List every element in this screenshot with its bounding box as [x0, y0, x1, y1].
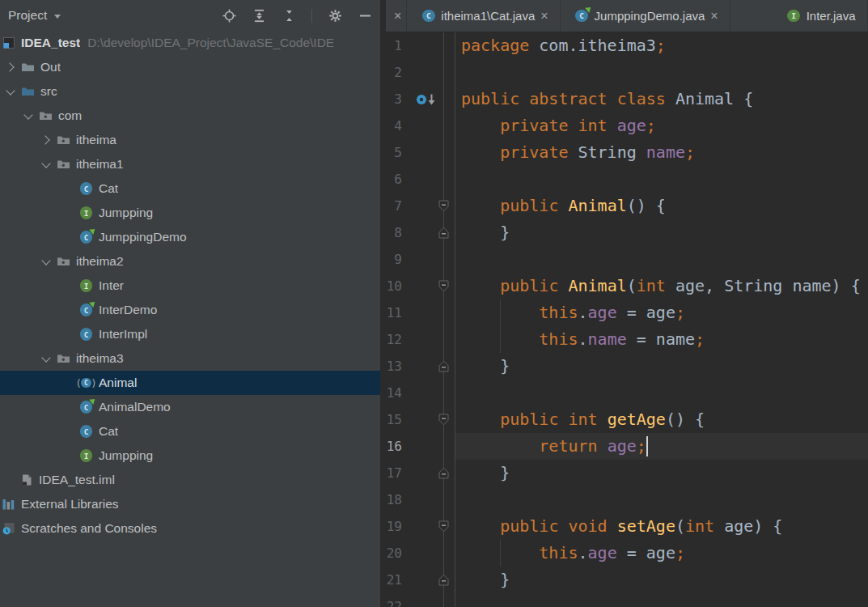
tree-item-label: IDEA_test.iml — [39, 473, 115, 487]
code-line-18[interactable]: 18 — [380, 486, 868, 513]
code-text: } — [461, 219, 510, 246]
code-line-14[interactable]: 14 — [380, 380, 868, 406]
tree-item-cat[interactable]: CCat — [0, 419, 380, 444]
tree-item-label: Scratches and Consoles — [21, 521, 157, 536]
chevron-right-icon[interactable] — [36, 128, 57, 152]
tree-item-interimpl[interactable]: CInterImpl — [0, 322, 380, 346]
editor-tab-inter-java[interactable]: IInter.java — [773, 0, 868, 32]
tree-item-out[interactable]: Out — [0, 55, 380, 79]
code-line-17[interactable]: 17 } — [380, 460, 868, 486]
tree-item-label: Cat — [99, 181, 118, 196]
editor-tab-jumppingdemo-java[interactable]: CJumppingDemo.java× — [561, 0, 730, 32]
tree-item-idea-test[interactable]: IDEA_testD:\develop\IDEA_Project\JavaSE_… — [0, 31, 380, 55]
fold-marker-up-icon[interactable] — [438, 227, 449, 242]
code-token: age — [588, 303, 617, 322]
code-token: private — [500, 142, 578, 162]
fold-marker-down-icon[interactable] — [438, 280, 449, 295]
code-token: ; — [656, 36, 666, 55]
code-line-7[interactable]: 7 public Animal() { — [380, 193, 868, 219]
settings-gear-icon[interactable] — [328, 8, 342, 23]
code-line-10[interactable]: 10 public Animal(int age, String name) { — [380, 273, 868, 299]
tree-item-idea-test-iml[interactable]: IDEA_test.iml — [0, 468, 380, 492]
code-token — [461, 142, 500, 162]
code-editor[interactable]: 1package com.itheima3;23public abstract … — [380, 32, 868, 607]
code-text: public abstract class Animal { — [461, 86, 753, 112]
fold-marker-down-icon[interactable] — [438, 520, 449, 536]
code-token: public — [500, 196, 568, 215]
text-caret — [646, 436, 648, 456]
editor-tab-itheima1-cat-java[interactable]: Citheima1\Cat.java× — [407, 0, 560, 32]
tree-item-external-libraries[interactable]: External Libraries — [0, 492, 380, 516]
code-line-22[interactable]: 22 — [380, 593, 868, 607]
editor-tab-partial[interactable]: × — [386, 0, 407, 32]
chevron-down-icon[interactable] — [18, 104, 39, 128]
close-tab-icon[interactable]: × — [710, 10, 718, 23]
project-dropdown-caret-icon[interactable] — [54, 15, 61, 19]
code-line-15[interactable]: 15 public int getAge() { — [380, 406, 868, 433]
tree-item-com[interactable]: com — [0, 104, 380, 128]
tree-item-animaldemo[interactable]: CAnimalDemo — [0, 395, 380, 419]
tree-item-jumpping[interactable]: IJumpping — [0, 201, 380, 225]
code-line-16[interactable]: 16 return age; — [380, 433, 868, 460]
chevron-down-icon[interactable] — [0, 79, 21, 104]
code-line-11[interactable]: 11 this.age = age; — [380, 299, 868, 326]
fold-marker-down-icon[interactable] — [438, 200, 449, 215]
tree-item-itheima[interactable]: itheima — [0, 128, 380, 152]
tree-item-cat[interactable]: CCat — [0, 176, 380, 201]
code-line-21[interactable]: 21 } — [380, 567, 868, 593]
code-token — [461, 329, 539, 349]
code-line-20[interactable]: 20 this.age = age; — [380, 540, 868, 567]
code-line-6[interactable]: 6 — [380, 166, 868, 193]
code-token: ( — [675, 516, 685, 536]
collapse-all-icon[interactable] — [282, 8, 296, 23]
chevron-down-icon[interactable] — [36, 152, 57, 176]
code-token: Animal { — [675, 89, 753, 108]
fold-marker-up-icon[interactable] — [438, 467, 449, 482]
expand-all-icon[interactable] — [252, 8, 266, 23]
tree-item-animal[interactable]: (C)Animal — [0, 371, 380, 395]
code-line-12[interactable]: 12 this.name = name; — [380, 326, 868, 353]
tree-item-interdemo[interactable]: CInterDemo — [0, 298, 380, 322]
line-number: 5 — [380, 139, 402, 166]
code-line-3[interactable]: 3public abstract class Animal { — [380, 86, 868, 112]
code-token: ; — [675, 303, 685, 322]
code-token: com.itheima3 — [539, 36, 656, 55]
fold-marker-up-icon[interactable] — [438, 574, 449, 589]
project-root-path: D:\develop\IDEA_Project\JavaSE_Code\IDE — [87, 36, 380, 50]
tree-item-scratches-and-consoles[interactable]: Scratches and Consoles — [0, 516, 380, 541]
code-line-9[interactable]: 9 — [380, 246, 868, 273]
chevron-right-icon[interactable] — [0, 55, 21, 79]
tree-item-itheima3[interactable]: itheima3 — [0, 346, 380, 371]
tree-item-jumppingdemo[interactable]: CJumppingDemo — [0, 225, 380, 249]
code-text: public Animal(int age, String name) { — [461, 273, 861, 299]
chevron-down-icon[interactable] — [36, 249, 57, 274]
fold-marker-up-icon[interactable] — [438, 360, 449, 376]
tree-item-itheima1[interactable]: itheima1 — [0, 152, 380, 176]
class-icon: C — [79, 328, 93, 342]
code-token — [461, 436, 539, 456]
code-line-1[interactable]: 1package com.itheima3; — [380, 32, 868, 59]
hide-panel-minus-icon[interactable] — [358, 8, 372, 23]
tree-item-inter[interactable]: IInter — [0, 274, 380, 298]
chevron-down-icon[interactable] — [36, 346, 57, 371]
close-tab-icon[interactable]: × — [394, 10, 401, 23]
code-line-2[interactable]: 2 — [380, 59, 868, 86]
project-panel-title[interactable]: Project — [8, 8, 47, 23]
code-line-8[interactable]: 8 } — [380, 219, 868, 246]
code-line-4[interactable]: 4 private int age; — [380, 112, 868, 139]
code-line-5[interactable]: 5 private String name; — [380, 139, 868, 166]
gutter-implementations-icon[interactable] — [414, 91, 437, 110]
select-opened-file-icon[interactable] — [222, 8, 236, 23]
fold-marker-down-icon[interactable] — [438, 414, 449, 429]
class-run-icon: C — [79, 304, 93, 317]
tree-item-itheima2[interactable]: itheima2 — [0, 249, 380, 274]
tree-item-src[interactable]: src — [0, 79, 380, 104]
close-tab-icon[interactable]: × — [540, 10, 548, 23]
line-number: 9 — [380, 246, 402, 273]
code-line-13[interactable]: 13 } — [380, 353, 868, 380]
code-token: } — [461, 463, 510, 482]
code-token: age — [608, 436, 637, 456]
tree-item-jumpping[interactable]: IJumpping — [0, 444, 380, 468]
code-line-19[interactable]: 19 public void setAge(int age) { — [380, 513, 868, 540]
code-token: } — [461, 570, 510, 589]
